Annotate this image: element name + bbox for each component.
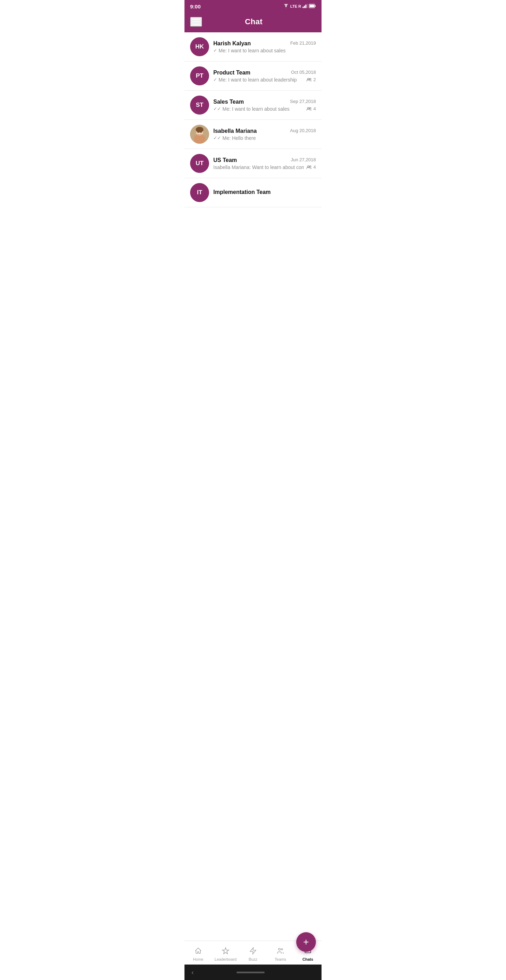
avatar-sales-team: ST [190, 95, 209, 115]
svg-point-10 [310, 107, 311, 108]
status-time: 9:00 [190, 3, 200, 10]
double-check-icon: ✓✓ [213, 135, 221, 140]
teams-icon [277, 947, 284, 956]
svg-rect-6 [310, 5, 314, 7]
svg-point-9 [307, 107, 310, 109]
chat-content-product-team: Product TeamOct 05,2018✓ Me: I want to l… [213, 70, 316, 83]
chat-name-harish-kalyan: Harish Kalyan [213, 40, 251, 47]
home-icon [194, 947, 202, 956]
lte-indicator: LTE R [290, 4, 301, 8]
chat-name-us-team: US Team [213, 157, 237, 163]
avatar-harish-kalyan: HK [190, 37, 209, 56]
chat-date-sales-team: Sep 27,2018 [290, 99, 316, 104]
members-icon [306, 165, 312, 169]
members-icon [306, 107, 312, 111]
svg-point-17 [196, 127, 204, 132]
battery-icon [309, 4, 316, 9]
chat-name-product-team: Product Team [213, 70, 251, 76]
chat-item-isabella-mariana[interactable]: Isabella MarianaAug 20,2018✓✓ Me: Hello … [185, 120, 321, 149]
nav-item-buzz[interactable]: Buzz [239, 941, 267, 964]
chat-name-isabella-mariana: Isabella Mariana [213, 128, 257, 134]
svg-point-21 [282, 949, 283, 950]
chat-content-isabella-mariana: Isabella MarianaAug 20,2018✓✓ Me: Hello … [213, 128, 316, 141]
chat-content-us-team: US TeamJun 27,2018Isabella Mariana: Want… [213, 157, 316, 170]
svg-rect-3 [307, 4, 307, 8]
signal-icon [302, 4, 307, 9]
chat-meta-product-team: 2 [306, 77, 316, 82]
avatar-product-team: PT [190, 67, 209, 85]
check-icon: ✓ [213, 77, 217, 82]
svg-point-18 [307, 165, 310, 168]
svg-rect-5 [315, 5, 315, 7]
chat-name-sales-team: Sales Team [213, 99, 244, 105]
status-icons: LTE R [283, 4, 316, 9]
chat-item-implementation-team[interactable]: ITImplementation Team [185, 178, 321, 207]
nav-label-buzz: Buzz [249, 957, 257, 961]
nav-label-chats: Chats [302, 957, 313, 961]
chat-content-harish-kalyan: Harish KalyanFeb 21,2019✓ Me: I want to … [213, 40, 316, 53]
svg-rect-0 [302, 7, 304, 8]
members-icon [306, 78, 312, 82]
chat-content-implementation-team: Implementation Team [213, 189, 316, 196]
nav-item-teams[interactable]: Teams [267, 941, 294, 964]
chat-meta-sales-team: 4 [306, 106, 316, 111]
buzz-icon [249, 947, 257, 956]
chat-preview-sales-team: ✓✓ Me: I want to learn about sales [213, 106, 304, 112]
double-check-icon: ✓✓ [213, 106, 221, 111]
chat-name-implementation-team: Implementation Team [213, 189, 271, 196]
header-title: Chat [202, 17, 306, 26]
home-indicator-bar: ‹ [185, 964, 321, 980]
avatar-us-team: UT [190, 154, 209, 173]
nav-item-leaderboard[interactable]: Leaderboard [212, 941, 239, 964]
chat-preview-harish-kalyan: ✓ Me: I want to learn about sales [213, 48, 316, 53]
svg-rect-2 [306, 5, 306, 8]
avatar-implementation-team: IT [190, 183, 209, 202]
chat-list: HKHarish KalyanFeb 21,2019✓ Me: I want t… [185, 32, 321, 941]
chat-preview-us-team: Isabella Mariana: Want to learn about co… [213, 164, 304, 170]
svg-point-8 [310, 78, 311, 80]
avatar-isabella-mariana [190, 125, 209, 144]
chat-date-product-team: Oct 05,2018 [291, 70, 316, 75]
header: Chat [185, 13, 321, 32]
chat-item-product-team[interactable]: PTProduct TeamOct 05,2018✓ Me: I want to… [185, 62, 321, 91]
back-arrow[interactable]: ‹ [191, 969, 194, 976]
new-chat-button[interactable]: + [296, 932, 316, 952]
svg-rect-1 [304, 6, 305, 8]
chat-item-us-team[interactable]: UTUS TeamJun 27,2018Isabella Mariana: Wa… [185, 149, 321, 178]
nav-label-leaderboard: Leaderboard [215, 957, 237, 961]
chat-date-isabella-mariana: Aug 20,2018 [290, 128, 316, 133]
svg-point-20 [278, 948, 281, 950]
svg-point-7 [307, 78, 310, 80]
nav-item-home[interactable]: Home [185, 941, 212, 964]
chat-content-sales-team: Sales TeamSep 27,2018✓✓ Me: I want to le… [213, 99, 316, 112]
leaderboard-icon [222, 947, 229, 956]
chat-item-harish-kalyan[interactable]: HKHarish KalyanFeb 21,2019✓ Me: I want t… [185, 32, 321, 62]
svg-point-19 [310, 165, 311, 167]
home-indicator-pill [237, 972, 264, 973]
nav-label-teams: Teams [275, 957, 286, 961]
status-bar: 9:00 LTE R [185, 0, 321, 13]
nav-label-home: Home [193, 957, 203, 961]
wifi-icon [283, 4, 289, 9]
chat-item-sales-team[interactable]: STSales TeamSep 27,2018✓✓ Me: I want to … [185, 91, 321, 120]
chat-meta-us-team: 4 [306, 164, 316, 170]
chat-date-harish-kalyan: Feb 21,2019 [290, 40, 316, 46]
menu-button[interactable] [190, 17, 202, 27]
chat-date-us-team: Jun 27,2018 [291, 157, 316, 162]
chat-preview-product-team: ✓ Me: I want to learn about leadership [213, 77, 304, 83]
plus-icon: + [303, 936, 309, 948]
check-icon: ✓ [213, 48, 217, 53]
chat-preview-isabella-mariana: ✓✓ Me: Hello there [213, 135, 316, 141]
